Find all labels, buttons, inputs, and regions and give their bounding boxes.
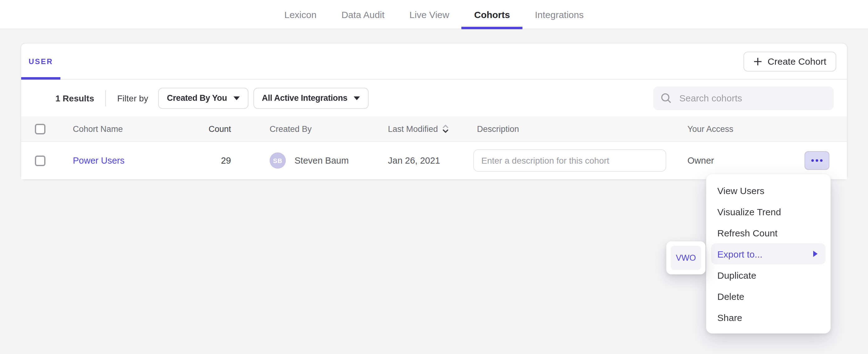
column-header-last-modified[interactable]: Last Modified	[370, 124, 469, 134]
menu-item-delete[interactable]: Delete	[706, 286, 831, 307]
results-count: 1 Results	[55, 93, 94, 103]
export-submenu: VWO	[666, 242, 706, 275]
description-input[interactable]	[473, 149, 666, 172]
menu-item-export-to[interactable]: Export to...	[711, 243, 826, 264]
menu-item-view-users[interactable]: View Users	[706, 180, 831, 201]
menu-item-share[interactable]: Share	[706, 307, 831, 328]
row-checkbox[interactable]	[35, 155, 45, 166]
top-navigation: Lexicon Data Audit Live View Cohorts Int…	[0, 0, 868, 29]
cohort-type-tabs: USER Create Cohort	[21, 43, 847, 79]
chevron-down-icon	[233, 96, 240, 100]
chevron-down-icon	[354, 96, 360, 100]
nav-tab-live-view[interactable]: Live View	[397, 0, 462, 29]
column-header-created-by[interactable]: Created By	[252, 124, 370, 133]
column-header-your-access: Your Access	[675, 124, 803, 133]
nav-tab-data-audit[interactable]: Data Audit	[329, 0, 397, 29]
menu-item-refresh-count[interactable]: Refresh Count	[706, 222, 831, 243]
integrations-filter-value: All Active Integrations	[262, 93, 347, 103]
row-more-options-button[interactable]	[805, 151, 829, 170]
cohorts-page: Lexicon Data Audit Live View Cohorts Int…	[0, 0, 868, 354]
access-value: Owner	[675, 156, 803, 165]
column-header-cohort-name[interactable]: Cohort Name	[59, 124, 183, 133]
export-to-label: Export to...	[717, 249, 763, 259]
table-toolbar: 1 Results Filter by Created By You All A…	[21, 79, 847, 116]
select-all-checkbox[interactable]	[35, 124, 45, 134]
created-by-filter-value: Created By You	[167, 93, 227, 103]
ellipsis-dot-icon	[816, 159, 818, 162]
table-header-row: Cohort Name Count Created By Last Modifi…	[21, 116, 847, 142]
sort-icon[interactable]	[442, 124, 449, 134]
cohort-name-link[interactable]: Power Users	[73, 156, 125, 165]
search-icon	[661, 92, 672, 104]
nav-tab-cohorts[interactable]: Cohorts	[462, 0, 522, 29]
search-input[interactable]	[678, 92, 826, 104]
submenu-arrow-icon	[813, 251, 817, 257]
submenu-item-vwo[interactable]: VWO	[671, 246, 701, 270]
created-by-name: Steven Baum	[294, 156, 349, 165]
ellipsis-dot-icon	[811, 159, 814, 162]
tab-user[interactable]: USER	[21, 43, 61, 79]
cohorts-card: USER Create Cohort 1 Results Filter by C…	[21, 43, 847, 180]
integrations-filter-dropdown[interactable]: All Active Integrations	[253, 88, 369, 108]
avatar: SB	[270, 153, 286, 169]
column-header-description: Description	[469, 124, 675, 133]
nav-tab-lexicon[interactable]: Lexicon	[272, 0, 329, 29]
created-by-filter-dropdown[interactable]: Created By You	[158, 88, 248, 108]
nav-tab-integrations[interactable]: Integrations	[522, 0, 596, 29]
plus-icon	[753, 57, 762, 66]
search-cohorts-box[interactable]	[653, 86, 834, 110]
last-modified-date: Jan 26, 2021	[370, 156, 469, 165]
toolbar-divider	[105, 90, 106, 106]
cohort-count: 29	[183, 156, 252, 165]
menu-item-duplicate[interactable]: Duplicate	[706, 264, 831, 286]
table-row: Power Users 29 SB Steven Baum Jan 26, 20…	[21, 142, 847, 179]
create-cohort-button[interactable]: Create Cohort	[743, 51, 836, 71]
create-cohort-label: Create Cohort	[768, 56, 826, 67]
last-modified-label: Last Modified	[388, 124, 438, 133]
column-header-count[interactable]: Count	[183, 124, 252, 133]
menu-item-visualize-trend[interactable]: Visualize Trend	[706, 201, 831, 222]
ellipsis-dot-icon	[820, 159, 823, 162]
row-context-menu: View Users Visualize Trend Refresh Count…	[706, 174, 831, 333]
filter-by-label: Filter by	[117, 93, 149, 103]
